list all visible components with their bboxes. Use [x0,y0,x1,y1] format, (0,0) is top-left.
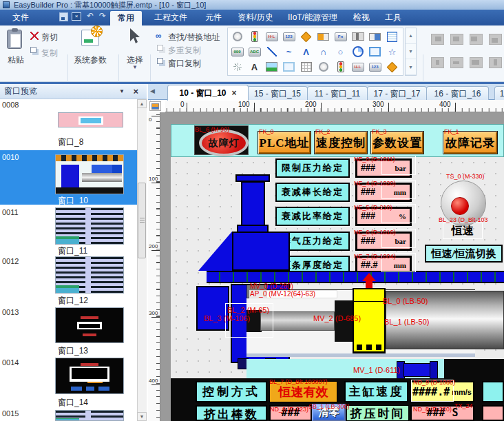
window-copy-button[interactable]: 窗口复制 [168,58,201,70]
traffic-light2-icon[interactable] [332,59,349,74]
tab-window-10[interactable]: 10 - 窗口_10 × [167,85,249,101]
panel-close-icon[interactable]: × [133,86,138,96]
picture-icon[interactable] [263,59,280,74]
window-label[interactable]: 窗口_12 [58,295,88,307]
tab-window-16[interactable]: 16 - 窗口_16 [426,86,489,101]
slider-icon[interactable] [349,29,366,44]
gallery-scrollbar[interactable]: ▲ ▼ ▼ [405,28,417,76]
preview-scroll-up-icon[interactable]: ▲ [137,99,147,108]
window-label[interactable]: 窗口_11 [58,245,87,257]
tab-window-17[interactable]: 17 - 窗口_17 [367,86,427,101]
window-label[interactable]: 窗口_10 [58,195,88,207]
traffic-light-icon[interactable] [246,29,263,44]
system-parameters-icon[interactable] [81,30,99,46]
limit-pressure-setpoint-button[interactable]: 限制压力给定 [275,158,350,178]
system-parameters-button[interactable]: 系统参数 [69,54,112,66]
gallery-scroll-up-icon[interactable]: ▲ [406,28,416,44]
preview-scrollbar[interactable] [137,99,147,421]
numeric-123-key-icon[interactable]: 123 [280,29,297,44]
tab-label: 1 [500,89,504,99]
address-tag: BL_6 (M-90) [195,126,229,133]
abc-key-icon[interactable]: ABC [246,44,263,59]
ruler-mark: 200 [305,101,317,108]
undo-icon[interactable]: ↶ [87,11,94,21]
cut-button[interactable]: 剪切 [41,32,58,43]
tab-window-11[interactable]: 11 - 窗口_11 [307,86,368,101]
text-icon[interactable]: A [246,59,263,74]
copy-button[interactable]: 复制 [41,48,58,59]
numeric-999-key-icon[interactable]: 999 [229,44,246,59]
cut-icon[interactable] [30,32,39,40]
toggle-switch-icon[interactable] [366,29,384,44]
window-thumbnail-15[interactable] [55,410,124,421]
ribbon-tab-common[interactable]: 常用 [110,11,142,25]
window-thumbnail-8[interactable] [58,112,123,127]
list-box-icon[interactable] [384,29,401,44]
tab-window-partial[interactable]: 1 [494,86,504,101]
save-icon[interactable] [59,12,68,21]
star-icon[interactable]: ☆ [384,44,401,59]
window-label[interactable]: 窗口_8 [58,136,83,148]
table-grid-icon[interactable] [297,59,315,74]
flat-rectangle-icon[interactable] [280,59,297,74]
window-thumbnail-12[interactable] [55,256,124,294]
copy-icon[interactable] [30,47,36,53]
display-value: ### [361,187,375,198]
decay-rod-length-setpoint-button[interactable]: 衰减棒长给定 [275,183,350,202]
wave-icon[interactable]: ~ [280,44,297,59]
preview-scroll-thumb[interactable] [138,183,146,258]
button-label: PLC地址 [260,135,310,151]
window-label[interactable]: 窗口_13 [58,345,88,357]
polyline-icon[interactable]: Λ [297,44,315,59]
ribbon-tab-project[interactable]: 工程文件 [149,10,193,25]
select-cursor-icon[interactable] [128,28,140,45]
line-icon[interactable] [263,44,280,59]
tab-window-15[interactable]: 15 - 窗口_15 [247,86,308,101]
preview-scroll-down-icon[interactable]: ▼ [137,412,147,421]
address-tag: TS_0 (M-330) [446,173,485,180]
window-thumbnail-14[interactable] [55,358,124,394]
ribbon-tab-object[interactable]: 元件 [200,10,227,25]
circle-icon[interactable]: ○ [332,44,349,59]
hl-switch-key2-icon[interactable]: H-L [349,59,366,74]
bulb-icon[interactable] [229,29,246,44]
gallery-scroll-down-icon[interactable]: ▼ [406,44,416,60]
ribbon-tab-tools[interactable]: 工具 [380,10,406,25]
gallery-expand-icon[interactable]: ▼ [406,59,416,75]
decay-ratio-setpoint-button[interactable]: 衰减比率给定 [275,207,350,226]
ribbon-tab-iiot[interactable]: IIoT/能源管理 [282,10,343,25]
window-copy-icon[interactable] [157,58,163,64]
button-label: 恒速/恒流切换 [431,247,496,260]
panel-dropdown-icon[interactable]: ▼ [119,88,125,94]
window-thumbnail-11[interactable] [55,207,124,245]
numeric-123-key2-icon[interactable]: 123 [366,59,384,74]
button-label: 衰减棒长给定 [282,186,344,198]
orange-toggle-icon[interactable] [315,29,332,44]
paste-icon[interactable] [7,30,22,49]
constant-speed-flow-switch-button[interactable]: 恒速/恒流切换 [425,245,503,263]
rectangle-icon[interactable] [366,44,384,59]
fn-key-icon[interactable]: Fn [332,29,349,44]
ribbon-tab-data[interactable]: 资料/历史 [233,10,278,25]
pie-clock-icon[interactable] [349,44,366,59]
arc-icon[interactable]: ∩ [315,44,332,59]
select-dropdown-icon[interactable]: ▼ [132,64,138,70]
find-replace-address-button[interactable]: 查找/替换地址 [168,32,220,43]
rays-icon[interactable] [229,59,246,74]
tab-scroll-left-icon[interactable]: ◀ [150,88,155,94]
ribbon-tab-view[interactable]: 检视 [348,10,375,25]
window-thumbnail-10[interactable] [55,154,124,194]
paste-button[interactable]: 粘贴 [4,54,28,66]
align-center-icon [450,34,463,45]
window-thumbnail-13[interactable] [55,307,124,343]
export-icon[interactable]: × [72,12,81,21]
window-label[interactable]: 窗口_14 [58,397,88,409]
diamond-tag2-icon[interactable] [384,59,401,74]
hl-switch-key-icon[interactable]: H-L [263,29,280,44]
bulb2-icon[interactable] [315,59,332,74]
speed-mode-state-label: 恒速 [443,223,483,239]
diamond-tag-icon[interactable] [297,29,315,44]
tab-close-icon[interactable]: × [232,88,237,98]
redo-icon[interactable]: ↷ [99,11,106,21]
file-menu[interactable]: 文件 [6,10,36,25]
